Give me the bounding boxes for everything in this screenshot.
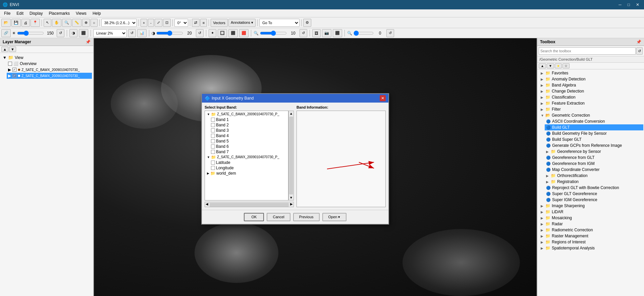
tb-geocorrection[interactable]: ▼ 📂 Geometric Correction [539,112,643,118]
listbox-scrollbar[interactable]: ▲ ▼ [288,111,294,200]
sharpen-btn[interactable]: ✦ [209,29,216,37]
settings-btn[interactable]: ⚙ [303,19,311,27]
zoom-btn[interactable]: 🔍 [62,19,71,27]
tb-lidar[interactable]: ▶ 📁 LiDAR [539,209,643,215]
tree-layer1[interactable]: ▶ ✓ ■ Z_SATE_C_BAWX_20090104070730_ [7,67,92,73]
menu-edit[interactable]: Edit [14,10,26,16]
file1-header[interactable]: ▼ 📁 Z_SATE_C_BAWX_20090104070730_P_ [206,112,287,117]
full-extent-btn[interactable]: ⊡ [163,19,171,27]
band2-item[interactable]: Band 2 [210,122,287,128]
link-btn[interactable]: 🔗 [1,29,11,37]
overview-checkbox[interactable] [8,62,12,66]
hscroll-right-btn[interactable]: ▶ [289,202,293,207]
sharp-refresh-btn[interactable]: ↺ [300,29,307,37]
layer-up-btn[interactable]: ▲ [1,47,8,52]
tb-raster[interactable]: ▶ 📁 Raster Management [539,233,643,239]
nav-star2-btn[interactable]: ☆ [562,63,570,68]
band4-check[interactable] [211,134,215,138]
band3-item[interactable]: Band 3 [210,128,287,133]
scroll-up-btn[interactable]: ▲ [289,111,293,116]
tb-super-igm-geo[interactable]: 🔵 Super IGM Georeference [545,197,643,203]
tb-band-algebra[interactable]: ▶ 📁 Band Algebra [539,82,643,88]
tb-build-super[interactable]: 🔵 Build Super GLT [545,136,643,142]
save-btn[interactable]: 💾 [11,19,21,27]
tb-georeference-igm[interactable]: 🔵 Georeference from IGM [545,161,643,167]
display1-btn[interactable]: 🖼 [312,29,321,37]
nav-star-btn[interactable]: ★ [555,63,562,68]
tb-change[interactable]: ▶ 📁 Change Detection [539,88,643,94]
band7-check[interactable] [211,150,215,154]
tb-georeference-sensor[interactable]: ▶ 📁 Georeference by Sensor [545,149,643,155]
layer-manager-pin[interactable]: 📌 [86,40,91,44]
contrast-refresh-btn[interactable]: ↺ [196,29,204,37]
lon-check[interactable] [211,166,215,170]
tb-classification[interactable]: ▶ 📁 Classification [539,94,643,100]
zoom-out-btn[interactable]: - [148,19,154,27]
close-button[interactable]: ✕ [634,2,641,8]
zoom-in-btn[interactable]: + [141,19,147,27]
vectors-btn[interactable]: Vectors [211,19,228,27]
tb-radar[interactable]: ▶ 📁 Radar [539,221,643,227]
band5-check[interactable] [211,139,215,143]
band4-item[interactable]: Band 4 [210,133,287,138]
maximize-button[interactable]: □ [626,2,632,8]
tb-reproject-glt[interactable]: 🔵 Reproject GLT with Bowtie Correction [545,185,643,191]
listbox-hscrollbar[interactable]: ◀ ▶ [205,202,294,207]
sharp-slider[interactable] [260,31,287,36]
ok-btn[interactable]: OK [244,213,264,221]
band3-check[interactable] [211,128,215,132]
toolbox-search-input[interactable] [539,47,636,55]
menu-placemarks[interactable]: Placemarks [46,10,72,16]
contrast-btn[interactable]: ◑ [69,29,77,37]
menu-views[interactable]: Views [73,10,89,16]
open-file-btn[interactable]: 📂 [1,19,11,27]
opacity-refresh-btn[interactable]: ↺ [386,29,394,37]
band7-item[interactable]: Band 7 [210,149,287,155]
previous-btn[interactable]: Previous [293,213,320,221]
hscroll-left-btn[interactable]: ◀ [205,202,209,207]
goto-select[interactable]: Go To [259,19,300,27]
band-btn[interactable]: ≡ [200,19,207,27]
tb-generate-gcps[interactable]: 🔵 Generate GCPs from Reference Image [545,142,643,149]
tb-roi[interactable]: ▶ 📁 Regions of Interest [539,239,643,245]
tb-mosaicking[interactable]: ▶ 📁 Mosaicking [539,215,643,221]
tb-registration[interactable]: ▶ 📁 Registration [545,179,643,185]
tb-super-glt-geo[interactable]: 🔵 Super GLT Georeference [545,191,643,197]
rgb-btn[interactable]: 🟥 [239,29,249,37]
lon-item[interactable]: Longitude [210,165,287,171]
tree-layer2[interactable]: ▶ ✓ ■ Z_SATE_C_BAWX_20090104070730_ [7,73,92,79]
contrast-slider[interactable] [156,31,183,36]
histogram-btn[interactable]: 📊 [137,29,147,37]
fit-btn[interactable]: ⤢ [155,19,162,27]
dialog-close-btn[interactable]: ✕ [380,95,386,101]
scroll-down-btn[interactable]: ▼ [289,195,293,200]
tree-overview[interactable]: ⬜ Overview [7,61,92,67]
dem-header[interactable]: ▶ 📁 world_dem [206,171,287,176]
filter-btn[interactable]: 🔲 [218,29,227,37]
stretch-select[interactable]: Linear 2% [93,29,127,37]
menu-display[interactable]: Display [27,10,45,16]
measure-btn[interactable]: 📏 [72,19,82,27]
cancel-btn[interactable]: Cancel [267,213,290,221]
nav-up-btn[interactable]: ▲ [539,63,546,68]
brightness-slider[interactable] [17,31,44,36]
tb-ascii-coord[interactable]: 🔵 ASCII Coordinate Conversion [545,118,643,124]
tb-radiometric[interactable]: ▶ 📁 Radiometric Correction [539,227,643,233]
tb-spatiotemporal[interactable]: ▶ 📁 Spatiotemporal Analysis [539,245,643,251]
nav-down-btn[interactable]: ▼ [547,63,554,68]
tb-map-coord[interactable]: 🔵 Map Coordinate Converter [545,167,643,173]
tb-feature[interactable]: ▶ 📁 Feature Extraction [539,100,643,106]
refresh-btn[interactable]: ↺ [57,29,64,37]
menu-help[interactable]: Help [90,10,104,16]
opacity-slider[interactable] [354,31,374,36]
display3-btn[interactable]: ⬛ [333,29,342,37]
placemark-btn[interactable]: 📍 [31,19,40,27]
band2-check[interactable] [211,123,215,127]
hscroll-thumb[interactable] [210,203,289,207]
toolbox-pin[interactable]: 📌 [636,40,641,44]
tb-favorites[interactable]: ▶ 📁 Favorites [539,70,643,76]
tb-build-geom[interactable]: 🔵 Build Geometry File by Sensor [545,130,643,136]
print-btn[interactable]: 🖨 [21,19,30,27]
rotation-select[interactable]: 0° [174,19,188,27]
band1-item[interactable]: Band 1 [210,117,287,122]
